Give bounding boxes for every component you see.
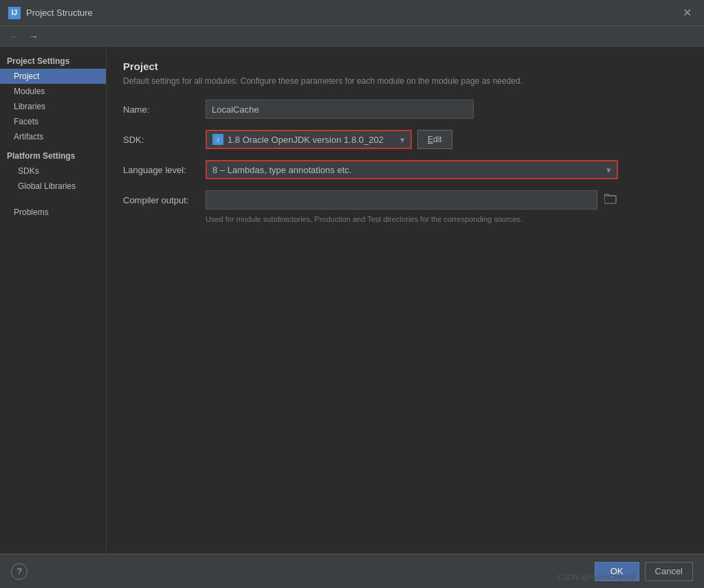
name-input[interactable] xyxy=(206,100,474,119)
browse-folder-button[interactable] xyxy=(602,192,619,208)
sdk-dropdown[interactable]: J 1.8 Oracle OpenJDK version 1.8.0_202 ▾ xyxy=(206,130,412,149)
section-desc: Default settings for all modules. Config… xyxy=(123,76,688,86)
cancel-button[interactable]: Cancel xyxy=(645,562,693,581)
edit-button-label: dit xyxy=(433,135,442,144)
bottom-bar: ? OK Cancel xyxy=(0,554,704,588)
edit-sdk-button[interactable]: Edit xyxy=(417,130,452,149)
dialog-title: Project Structure xyxy=(26,8,679,18)
language-level-control: 8 – Lambdas, type annotations etc. ▾ xyxy=(206,160,688,179)
sidebar-item-facets[interactable]: Facets xyxy=(0,114,106,129)
language-level-arrow-icon: ▾ xyxy=(606,165,611,175)
project-settings-label: Project Settings xyxy=(0,52,106,69)
compiler-output-label: Compiler output: xyxy=(123,195,206,205)
sdk-controls: J 1.8 Oracle OpenJDK version 1.8.0_202 ▾… xyxy=(206,130,688,149)
svg-rect-2 xyxy=(604,196,616,203)
sidebar-item-project[interactable]: Project xyxy=(0,69,106,84)
sdk-row: SDK: J 1.8 Oracle OpenJDK version 1.8.0_… xyxy=(123,130,688,149)
sdk-dropdown-arrow-icon: ▾ xyxy=(400,135,405,145)
language-level-label: Language level: xyxy=(123,165,206,175)
name-label: Name: xyxy=(123,104,206,115)
help-button[interactable]: ? xyxy=(11,563,28,580)
nav-bar: ← → xyxy=(0,26,704,47)
language-level-value: 8 – Lambdas, type annotations etc. xyxy=(212,165,606,175)
sidebar-item-modules[interactable]: Modules xyxy=(0,84,106,99)
app-icon: IJ xyxy=(8,7,21,19)
title-bar: IJ Project Structure ✕ xyxy=(0,0,704,26)
sidebar-item-global-libraries[interactable]: Global Libraries xyxy=(0,179,106,194)
forward-button[interactable]: → xyxy=(26,30,41,43)
compiler-output-row: Compiler output: xyxy=(123,190,688,210)
sidebar-item-libraries[interactable]: Libraries xyxy=(0,99,106,114)
content-area: Project Default settings for all modules… xyxy=(107,47,704,554)
language-level-row: Language level: 8 – Lambdas, type annota… xyxy=(123,160,688,179)
name-control xyxy=(206,100,688,119)
sidebar-item-sdks[interactable]: SDKs xyxy=(0,163,106,179)
project-structure-dialog: IJ Project Structure ✕ ← → Project Setti… xyxy=(0,0,704,588)
compiler-output-input[interactable] xyxy=(206,190,597,210)
back-button[interactable]: ← xyxy=(7,30,22,43)
name-row: Name: xyxy=(123,100,688,119)
sdk-value: 1.8 Oracle OpenJDK version 1.8.0_202 xyxy=(228,135,384,145)
sdk-java-icon: J xyxy=(212,134,223,145)
close-button[interactable]: ✕ xyxy=(679,3,696,22)
main-content: Project Settings Project Modules Librari… xyxy=(0,47,704,554)
sidebar: Project Settings Project Modules Librari… xyxy=(0,47,107,554)
watermark: CSDN @HumoChen99 xyxy=(558,573,635,581)
svg-text:J: J xyxy=(217,137,219,142)
compiler-output-controls xyxy=(206,190,688,210)
sdk-label: SDK: xyxy=(123,135,206,145)
platform-settings-label: Platform Settings xyxy=(0,144,106,163)
section-title: Project xyxy=(123,60,688,72)
sidebar-item-problems[interactable]: Problems xyxy=(0,205,106,220)
sidebar-item-artifacts[interactable]: Artifacts xyxy=(0,129,106,144)
compiler-hint: Used for module subdirectories, Producti… xyxy=(206,215,688,223)
language-level-dropdown[interactable]: 8 – Lambdas, type annotations etc. ▾ xyxy=(206,160,618,179)
